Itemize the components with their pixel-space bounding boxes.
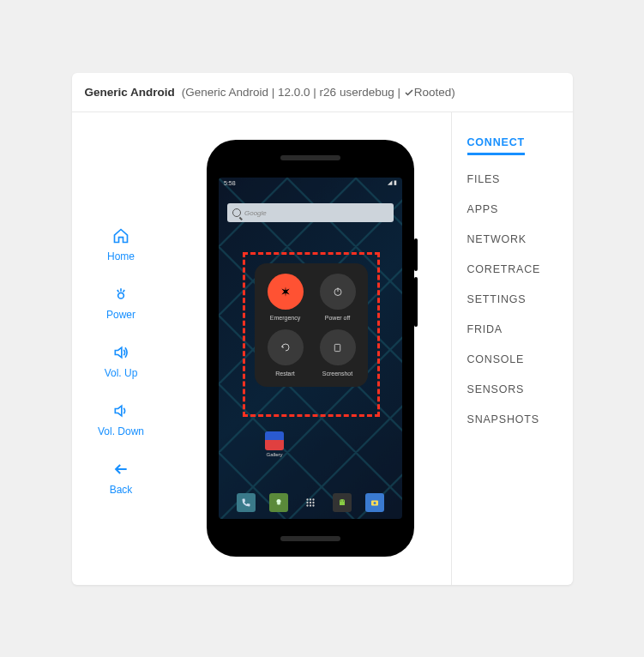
dock-drawer[interactable] [301,493,320,512]
dock-camera[interactable] [365,493,384,512]
device-screen[interactable]: 5:58 ◢ ▮ Google Emergency [219,178,402,519]
svg-point-15 [310,502,311,503]
menu-network[interactable]: NETWORK [467,233,557,245]
menu-apps[interactable]: APPS [467,203,557,215]
device-header: Generic Android (Generic Android | 12.0.… [72,73,573,112]
svg-point-16 [312,502,314,503]
status-bar: 5:58 ◢ ▮ [219,178,402,188]
power-menu: Emergency Power off Restar [255,263,368,387]
svg-rect-9 [334,344,340,351]
power-menu-emergency[interactable]: Emergency [263,274,307,321]
google-search-widget[interactable]: Google [227,203,394,222]
menu-console[interactable]: CONSOLE [467,353,557,365]
power-button[interactable]: Power [106,285,135,321]
device-name: Generic Android [85,86,175,99]
svg-point-18 [310,504,311,506]
power-menu-poweroff[interactable]: Power off [316,274,359,321]
dock-android[interactable] [333,493,352,512]
svg-point-10 [276,499,280,503]
home-button[interactable]: Home [107,226,135,262]
menu-snapshots[interactable]: SNAPSHOTS [467,413,557,425]
power-menu-screenshot[interactable]: Screenshot [316,329,359,377]
power-menu-restart[interactable]: Restart [263,329,307,377]
menu-settings[interactable]: SETTINGS [467,293,557,305]
menu-connect[interactable]: CONNECT [467,136,525,155]
svg-point-0 [118,292,124,298]
right-menu-panel: CONNECT FILES APPS NETWORK CORETRACE SET… [451,112,573,585]
restart-icon [268,329,304,365]
svg-point-21 [343,501,344,502]
dock [219,493,402,512]
volume-down-button[interactable]: Vol. Down [98,401,144,437]
device-controls-sidebar: Home Power Vol. Up Vol. Down [72,112,171,585]
svg-point-19 [312,504,314,506]
dock-messages[interactable] [269,493,288,512]
screenshot-icon [320,329,356,365]
volume-up-icon [111,343,130,362]
svg-marker-5 [115,406,122,416]
poweroff-icon [320,274,356,310]
dock-phone[interactable] [237,493,256,512]
app-container: Generic Android (Generic Android | 12.0.… [72,73,573,585]
back-arrow-icon [111,460,130,479]
device-display-area: 5:58 ◢ ▮ Google Emergency [171,112,451,585]
status-icons: ◢ ▮ [388,179,397,186]
device-frame: 5:58 ◢ ▮ Google Emergency [207,140,414,557]
gallery-icon-graphic [265,431,284,450]
device-side-volume [414,277,418,327]
svg-point-12 [310,498,311,500]
svg-point-20 [340,501,341,502]
svg-point-17 [306,504,308,506]
volume-up-button[interactable]: Vol. Up [105,343,138,379]
menu-files[interactable]: FILES [467,173,557,185]
svg-marker-4 [115,347,122,358]
emergency-icon [268,274,304,310]
home-icon [111,226,130,245]
svg-point-14 [306,502,308,503]
menu-coretrace[interactable]: CORETRACE [467,263,557,275]
svg-point-23 [373,502,376,504]
device-meta: (Generic Android | 12.0.0 | r26 userdebu… [182,86,455,99]
svg-line-3 [123,290,124,292]
main-body: Home Power Vol. Up Vol. Down [72,112,573,585]
svg-point-11 [306,498,308,500]
search-placeholder: Google [244,209,267,217]
device-side-power [414,238,418,271]
checkmark-icon [404,87,414,98]
back-button[interactable]: Back [110,460,133,496]
search-icon [232,208,241,217]
svg-point-13 [312,498,314,500]
svg-line-2 [117,290,119,292]
gallery-app-icon[interactable]: Gallery [265,431,284,457]
status-time: 5:58 [224,180,236,186]
menu-sensors[interactable]: SENSORS [467,383,557,395]
volume-down-icon [111,401,130,420]
menu-frida[interactable]: FRIDA [467,323,557,335]
power-icon [111,285,130,304]
